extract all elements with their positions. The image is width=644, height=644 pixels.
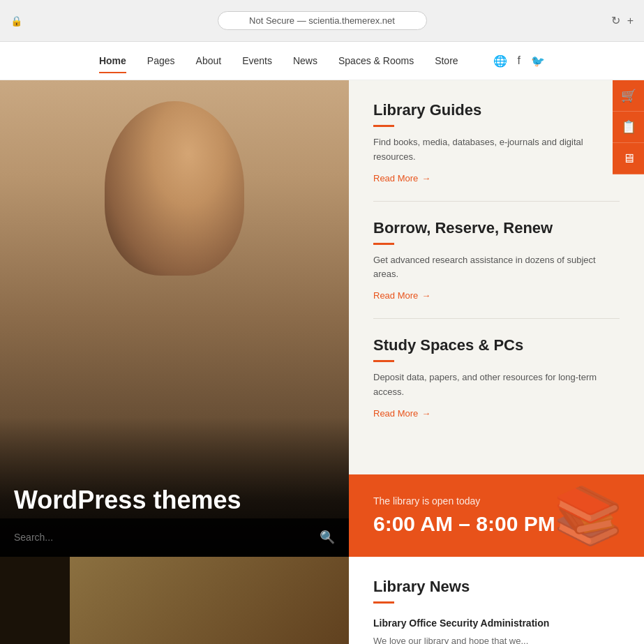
nav-item-pages[interactable]: Pages — [147, 52, 175, 70]
guide-underline-2 — [373, 243, 394, 245]
nav-item-events[interactable]: Events — [242, 52, 272, 70]
bottom-image-2: Archival & — [70, 557, 349, 644]
news-section-title: Library News — [373, 578, 620, 596]
nav-item-home[interactable]: Home — [99, 52, 126, 70]
guide-underline-3 — [373, 360, 394, 362]
nav-item-spaces[interactable]: Spaces & Rooms — [338, 52, 414, 70]
nav-social-icons: 🌐 f 🐦 — [493, 54, 545, 68]
guide-item-library: Library Guides Find books, media, databa… — [373, 101, 620, 202]
guide-desc-borrow: Get advanced research assistance in doze… — [373, 253, 620, 283]
side-floating-buttons: 🛒 📋 🖥 — [613, 80, 644, 174]
hero-section: WordPress themes 🔍 — [0, 80, 349, 557]
url-separator: — — [297, 15, 306, 26]
main-content: WordPress themes 🔍 Library Guides Find b… — [0, 80, 644, 557]
guide-underline — [373, 125, 394, 127]
read-more-borrow[interactable]: Read More — [373, 290, 620, 301]
main-navigation: Home Pages About Events News Spaces & Ro… — [0, 42, 644, 80]
url-text: scientia.themerex.net — [308, 15, 395, 26]
twitter-icon[interactable]: 🐦 — [531, 54, 545, 68]
refresh-icon[interactable]: ↻ — [611, 14, 620, 27]
browser-url-bar[interactable]: Not Secure — scientia.themerex.net — [218, 11, 427, 30]
read-more-library[interactable]: Read More — [373, 173, 620, 184]
new-tab-icon[interactable]: + — [627, 15, 634, 27]
nav-item-store[interactable]: Store — [435, 52, 458, 70]
guide-title-library: Library Guides — [373, 101, 620, 119]
guides-panel: Library Guides Find books, media, databa… — [349, 80, 644, 474]
side-button-list[interactable]: 📋 — [613, 112, 644, 143]
bottom-section: Archival & Special Library News Library … — [0, 557, 644, 644]
guide-desc-study: Deposit data, papers, and other resource… — [373, 370, 620, 400]
bottom-image-1 — [0, 557, 70, 644]
news-item-description: We love our library and hope that we... — [373, 634, 620, 644]
hours-banner: The library is open today 6:00 AM – 8:00… — [349, 474, 644, 557]
bottom-left-gallery: Archival & Special — [0, 557, 349, 644]
news-item-title: Library Office Security Administration — [373, 617, 620, 629]
side-button-cart[interactable]: 🛒 — [613, 80, 644, 112]
guide-item-borrow: Borrow, Reserve, Renew Get advanced rese… — [373, 219, 620, 320]
guide-title-study: Study Spaces & PCs — [373, 336, 620, 354]
search-icon[interactable]: 🔍 — [320, 530, 335, 545]
security-label: Not Secure — [249, 15, 294, 26]
news-item: Library Office Security Administration W… — [373, 617, 620, 644]
nav-item-about[interactable]: About — [196, 52, 222, 70]
globe-icon[interactable]: 🌐 — [493, 54, 507, 68]
hero-heading: WordPress themes — [14, 485, 241, 515]
guide-title-borrow: Borrow, Reserve, Renew — [373, 219, 620, 237]
guide-item-study: Study Spaces & PCs Deposit data, papers,… — [373, 336, 620, 436]
guide-desc-library: Find books, media, databases, e-journals… — [373, 135, 620, 165]
read-more-study[interactable]: Read More — [373, 408, 620, 419]
nav-item-news[interactable]: News — [293, 52, 317, 70]
side-button-monitor[interactable]: 🖥 — [613, 143, 644, 174]
browser-chrome: 🔒 Not Secure — scientia.themerex.net ↻ + — [0, 0, 644, 42]
facebook-icon[interactable]: f — [518, 54, 521, 67]
news-section: Library News Library Office Security Adm… — [349, 557, 644, 644]
news-underline — [373, 601, 394, 604]
hero-image: WordPress themes 🔍 — [0, 80, 349, 557]
hero-search-bar: 🔍 — [0, 518, 349, 557]
search-input[interactable] — [14, 532, 320, 543]
browser-controls: ↻ + — [611, 14, 634, 27]
lock-icon: 🔒 — [10, 15, 22, 27]
hours-book-icon: 📚 — [553, 483, 623, 548]
